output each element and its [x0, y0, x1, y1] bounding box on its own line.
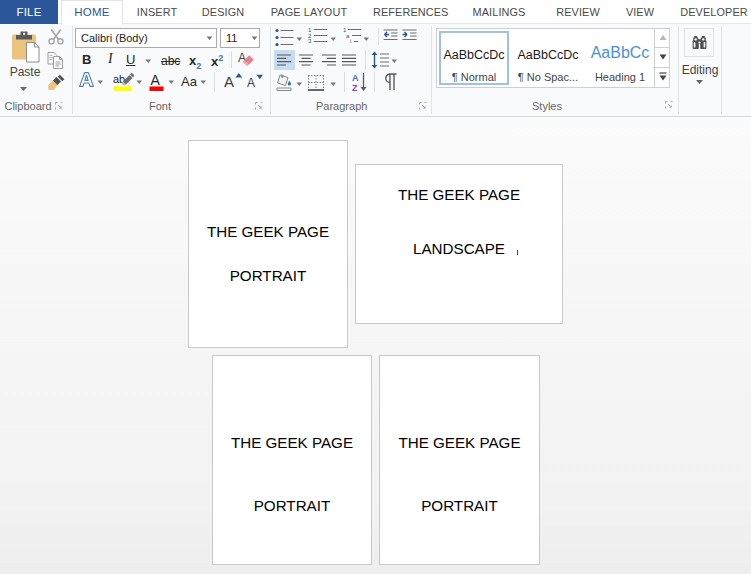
- svg-text:A: A: [224, 73, 234, 90]
- svg-text:A: A: [151, 72, 161, 88]
- svg-text:3: 3: [308, 38, 312, 43]
- svg-text:Z: Z: [352, 83, 358, 93]
- svg-text:A: A: [247, 76, 255, 90]
- svg-text:A: A: [352, 73, 359, 83]
- svg-text:i: i: [350, 38, 351, 43]
